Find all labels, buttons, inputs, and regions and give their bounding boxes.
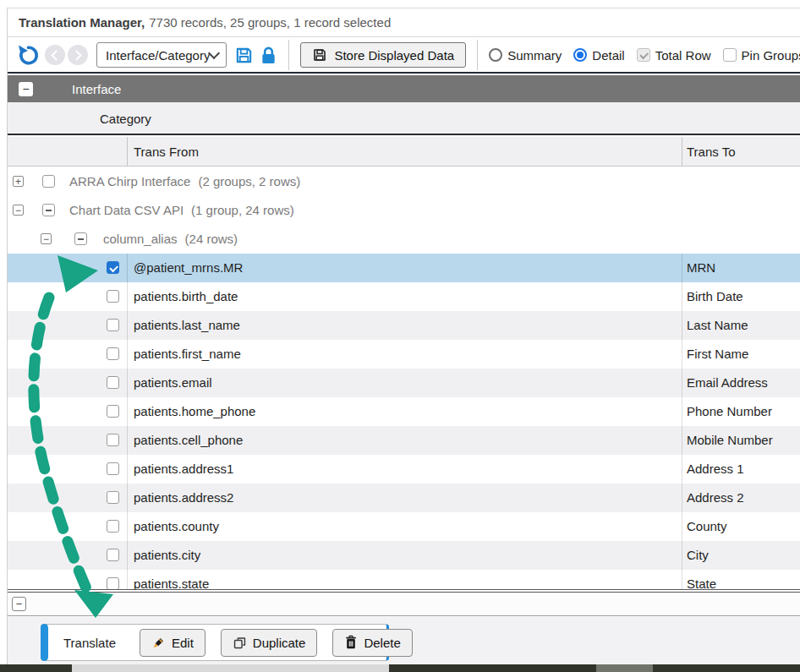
bottom-edge-strip — [0, 664, 800, 672]
translate-action-group: Translate Edit Duplicate Delete — [41, 624, 389, 661]
column-divider — [682, 397, 682, 426]
trans-to-cell: City — [687, 541, 709, 570]
table-left-border — [7, 8, 8, 664]
table-row[interactable]: patients.state State — [7, 570, 800, 589]
column-divider — [127, 254, 128, 282]
row-checkbox[interactable] — [107, 347, 119, 360]
summary-radio-label: Summary — [507, 48, 562, 63]
table-row[interactable]: patients.birth_date Birth Date — [7, 282, 800, 311]
category-group-bar: Category — [7, 102, 800, 135]
view-dropdown[interactable]: Interface/Category — [96, 42, 227, 68]
trans-to-cell: First Name — [687, 340, 748, 369]
row-checkbox[interactable] — [107, 462, 119, 475]
group-checkbox[interactable] — [42, 204, 55, 216]
trans-from-cell: patients.last_name — [134, 311, 240, 340]
trash-icon — [344, 635, 358, 650]
back-icon — [51, 50, 62, 61]
trans-to-cell: Birth Date — [687, 282, 743, 311]
trans-from-cell: patients.email — [134, 369, 212, 397]
group-accent-bar — [41, 624, 48, 661]
record-count-summary: 7730 records, 25 groups, 1 record select… — [149, 15, 391, 30]
column-divider — [127, 541, 128, 570]
column-divider — [682, 512, 682, 541]
row-checkbox[interactable] — [107, 319, 119, 331]
detail-radio[interactable] — [573, 48, 587, 62]
title-bar: Translation Manager, 7730 records, 25 gr… — [7, 8, 800, 37]
trans-to-cell: County — [687, 512, 727, 541]
row-checkbox[interactable] — [107, 261, 119, 274]
column-divider — [682, 340, 682, 369]
detail-radio-label: Detail — [592, 48, 624, 63]
save-icon[interactable] — [234, 46, 254, 65]
collapse-panel-icon[interactable]: − — [12, 597, 26, 611]
lock-icon[interactable] — [260, 46, 277, 65]
column-divider — [127, 397, 128, 426]
trans-from-cell: patients.county — [134, 512, 219, 541]
row-checkbox[interactable] — [107, 290, 119, 303]
table-row[interactable]: patients.cell_phone Mobile Number — [7, 426, 800, 455]
table-row[interactable]: patients.email Email Address — [7, 369, 800, 397]
table-row[interactable]: patients.address2 Address 2 — [7, 484, 800, 512]
summary-radio[interactable] — [489, 48, 502, 62]
trans-from-cell: patients.address2 — [134, 484, 233, 512]
group-row[interactable]: − column_alias(24 rows) — [7, 225, 800, 254]
table-row[interactable]: patients.county County — [7, 512, 800, 541]
store-displayed-data-button[interactable]: Store Displayed Data — [300, 42, 466, 68]
trans-from-cell: patients.first_name — [134, 340, 241, 369]
tree-toggle-icon[interactable]: − — [13, 205, 24, 216]
group-checkbox[interactable] — [74, 232, 87, 245]
undo-icon[interactable] — [17, 44, 40, 67]
group-row[interactable]: − Chart Data CSV API(1 group, 24 rows) — [7, 196, 800, 225]
column-divider — [127, 455, 128, 484]
trans-to-cell: Last Name — [687, 311, 748, 340]
group-label: column_alias — [103, 232, 178, 246]
translate-group-label: Translate — [63, 636, 116, 650]
copy-icon — [233, 636, 247, 650]
group-label: Chart Data CSV API — [69, 203, 184, 217]
forward-button[interactable] — [68, 45, 88, 65]
trans-to-cell: MRN — [687, 254, 715, 282]
row-checkbox[interactable] — [107, 520, 119, 533]
trans-to-cell: Address 2 — [687, 484, 744, 512]
table-row[interactable]: patients.last_name Last Name — [7, 311, 800, 340]
group-count: (24 rows) — [185, 232, 238, 246]
column-divider — [682, 426, 682, 455]
row-checkbox[interactable] — [107, 577, 119, 589]
row-checkbox[interactable] — [107, 549, 119, 561]
toolbar: Interface/Category Store Displayed Data … — [7, 38, 800, 74]
table-row[interactable]: @patient_mrns.MR MRN — [7, 254, 800, 282]
group-row[interactable]: + ARRA Chirp Interface(2 groups, 2 rows) — [7, 167, 800, 196]
table-row[interactable]: patients.home_phone Phone Number — [7, 397, 800, 426]
table-row[interactable]: patients.first_name First Name — [7, 340, 800, 369]
toolbar-separator — [477, 40, 478, 70]
column-divider — [682, 369, 682, 397]
trans-to-cell: Email Address — [687, 369, 768, 397]
collapse-group-icon[interactable]: − — [19, 82, 33, 96]
pin-groups-label: Pin Groups — [742, 48, 800, 63]
row-checkbox[interactable] — [107, 491, 119, 504]
pin-groups-checkbox[interactable] — [723, 48, 737, 62]
back-button[interactable] — [45, 45, 65, 65]
trans-from-cell: patients.cell_phone — [134, 426, 243, 455]
table-row[interactable]: patients.address1 Address 1 — [7, 455, 800, 484]
delete-button[interactable]: Delete — [332, 629, 412, 657]
column-header-trans-to[interactable]: Trans To — [687, 145, 736, 159]
column-header-trans-from[interactable]: Trans From — [134, 145, 199, 159]
row-checkbox[interactable] — [107, 434, 119, 446]
total-row-checkbox[interactable] — [637, 48, 650, 62]
chevron-down-icon — [208, 47, 220, 59]
table-row[interactable]: patients.city City — [7, 541, 800, 570]
trans-to-cell: Mobile Number — [687, 426, 773, 455]
tree-toggle-icon[interactable]: + — [13, 176, 24, 187]
duplicate-button[interactable]: Duplicate — [221, 629, 318, 657]
column-header-row: Trans From Trans To — [7, 137, 800, 167]
group-checkbox[interactable] — [42, 175, 55, 188]
edit-button[interactable]: Edit — [140, 629, 205, 657]
toolbar-separator — [288, 40, 289, 70]
row-checkbox[interactable] — [107, 376, 119, 389]
group-count: (1 group, 24 rows) — [191, 203, 294, 217]
view-dropdown-value: Interface/Category — [106, 48, 210, 63]
tree-toggle-icon[interactable]: − — [41, 233, 52, 244]
row-checkbox[interactable] — [107, 405, 119, 418]
trans-from-cell: patients.birth_date — [134, 282, 238, 311]
